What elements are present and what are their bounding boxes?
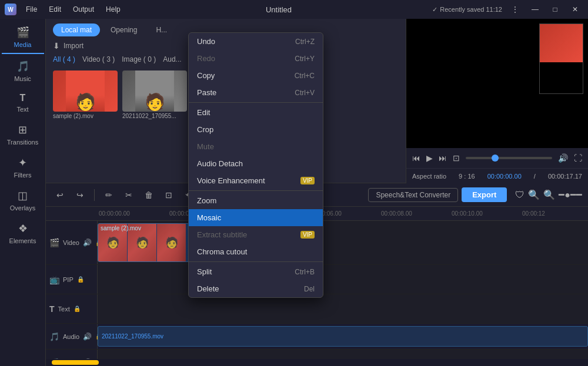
pip-track-content[interactable] [98, 265, 588, 294]
audio2-track-label: 🎵 Audio 🔊 🔒 [46, 350, 98, 359]
menu-edit[interactable]: Edit [44, 4, 66, 15]
ctx-delete[interactable]: Delete Del [189, 280, 323, 297]
minimize-btn[interactable]: — [527, 4, 543, 15]
ctx-edit[interactable]: Edit [189, 104, 323, 121]
ctx-mute[interactable]: Mute [189, 138, 323, 155]
app-title: Untitled [266, 5, 292, 14]
redo-button[interactable]: ↪ [72, 187, 88, 203]
ctx-chroma-cutout[interactable]: Chroma cutout [189, 243, 323, 260]
ctx-copy[interactable]: Copy Ctrl+C [189, 67, 323, 84]
elements-icon: ❖ [18, 222, 28, 235]
ctx-zoom[interactable]: Zoom [189, 192, 323, 209]
video-mute-icon[interactable]: 🔊 [83, 239, 92, 247]
audio1-clip[interactable]: 20211022_170955.mov [98, 326, 588, 346]
ctx-mosaic[interactable]: Mosaic [189, 209, 323, 226]
pip-track-label: 📺 PIP 🔒 [46, 265, 98, 294]
video-clip-name: sample (2).mov [101, 225, 141, 231]
video-icon: 🎬 [49, 238, 59, 247]
menu-items: File Edit Output Help [21, 4, 125, 15]
delete-button[interactable]: 🗑 [141, 187, 157, 203]
audio1-track-content[interactable]: 20211022_170955.mov [98, 324, 588, 349]
audio1-mute-icon[interactable]: 🔊 [83, 333, 92, 341]
ctx-voice-enhancement[interactable]: Voice Enhancement VIP [189, 172, 323, 189]
audio2-track-content[interactable] [98, 350, 588, 359]
timeline-scrollbar[interactable] [46, 359, 588, 366]
ctx-zoom-label: Zoom [197, 196, 216, 205]
transitions-icon: ⊞ [18, 123, 27, 136]
sidebar-item-media[interactable]: 🎬 Media [2, 21, 44, 54]
ctx-split-shortcut: Ctrl+B [295, 268, 315, 276]
sidebar-item-transitions[interactable]: ⊞ Transitions [2, 119, 44, 150]
pip-lock-icon[interactable]: 🔒 [77, 276, 84, 283]
menu-file[interactable]: File [21, 4, 42, 15]
ctx-paste[interactable]: Paste Ctrl+V [189, 84, 323, 101]
ruler-mark-5: 00:00:10.00 [452, 210, 522, 217]
media-thumb-2[interactable]: 🧑 20211022_170955... [122, 70, 187, 178]
export-button[interactable]: Export [462, 187, 507, 202]
sidebar-label-music: Music [14, 75, 31, 82]
fullscreen-btn[interactable]: ⛶ [574, 153, 582, 163]
import-icon: ⬇ [53, 41, 60, 51]
preview-panel: ⏮ ▶ ⏭ ⊡ 🔊 ⛶ Aspect ratio 9 : 16 00:00:00… [406, 19, 588, 183]
tab-h[interactable]: H... [148, 23, 175, 36]
tab-opening[interactable]: Opening [102, 23, 145, 36]
sidebar-label-transitions: Transitions [7, 139, 38, 146]
preview-info: Aspect ratio 9 : 16 00:00:00.00 / 00:00:… [406, 168, 588, 183]
close-btn[interactable]: ✕ [567, 4, 583, 15]
text-lock-icon[interactable]: 🔒 [74, 305, 81, 312]
maximize-btn[interactable]: □ [547, 4, 563, 15]
text-icon: T [20, 93, 26, 103]
sidebar-item-overlays[interactable]: ◫ Overlays [2, 184, 44, 216]
progress-bar[interactable] [466, 157, 552, 159]
sidebar-item-filters[interactable]: ✦ Filters [2, 152, 44, 183]
filter-all[interactable]: All ( 4 ) [53, 55, 75, 63]
ctx-undo[interactable]: Undo Ctrl+Z [189, 33, 323, 50]
ctx-redo[interactable]: Redo Ctrl+Y [189, 50, 323, 67]
ctx-crop-label: Crop [197, 125, 213, 134]
tab-local-mat[interactable]: Local mat [53, 23, 100, 36]
video-track-content[interactable]: sample (2).mov 🧑 🧑 🧑 [98, 221, 588, 264]
shield-icon[interactable]: 🛡 [515, 190, 524, 200]
audio-track-2: 🎵 Audio 🔊 🔒 [46, 350, 588, 359]
volume-btn[interactable]: 🔊 [558, 153, 568, 163]
prev-frame-btn[interactable]: ⏮ [412, 153, 420, 163]
text-track-content[interactable] [98, 294, 588, 323]
filters-icon: ✦ [18, 156, 27, 169]
next-frame-btn[interactable]: ⏭ [439, 153, 447, 163]
scroll-thumb[interactable] [52, 360, 99, 365]
time-current: 00:00:00.00 [487, 173, 522, 180]
time-total: 00:00:17.17 [548, 173, 582, 180]
crop-button[interactable]: ⊡ [161, 187, 177, 203]
win-controls: ⋮ — □ ✕ [507, 4, 583, 15]
undo-button[interactable]: ↩ [52, 187, 68, 203]
ruler-mark-4: 00:00:08.00 [381, 210, 452, 217]
menu-help[interactable]: Help [101, 4, 125, 15]
sidebar-item-music[interactable]: 🎵 Music [2, 55, 44, 87]
play-btn[interactable]: ▶ [426, 153, 433, 163]
zoom-in-icon[interactable]: 🔍 [543, 189, 555, 200]
sidebar-item-text[interactable]: T Text [2, 88, 44, 117]
ctx-split[interactable]: Split Ctrl+B [189, 263, 323, 280]
ruler-mark-6: 00:00:12 [522, 210, 588, 217]
toolbar-right-icons: 🛡 🔍 🔍 ━●━━ [515, 189, 582, 200]
text-label-text: Text [58, 305, 70, 313]
sidebar-item-elements[interactable]: ❖ Elements [2, 217, 44, 249]
pen-button[interactable]: ✏ [101, 187, 117, 203]
ctx-crop[interactable]: Crop [189, 121, 323, 138]
cut-button[interactable]: ✂ [121, 187, 137, 203]
filter-video[interactable]: Video ( 3 ) [82, 55, 115, 63]
import-label[interactable]: Import [64, 42, 83, 50]
zoom-slider-icon[interactable]: ━●━━ [559, 189, 582, 200]
zoom-out-icon[interactable]: 🔍 [528, 189, 540, 200]
menu-output[interactable]: Output [68, 4, 99, 15]
sidebar-label-filters: Filters [14, 172, 32, 179]
media-icon: 🎬 [16, 26, 29, 39]
ctx-audio-detach[interactable]: Audio Detach [189, 155, 323, 172]
fit-btn[interactable]: ⊡ [453, 153, 460, 163]
filter-audio[interactable]: Aud... [163, 55, 181, 63]
more-btn[interactable]: ⋮ [507, 4, 523, 15]
speech-text-btn[interactable]: Speech&Text Converter [368, 188, 458, 202]
media-thumb-1[interactable]: 🧑 sample (2).mov [53, 70, 118, 178]
ctx-extract-subtitle[interactable]: Extract subtitle VIP [189, 226, 323, 243]
filter-image[interactable]: Image ( 0 ) [122, 55, 156, 63]
